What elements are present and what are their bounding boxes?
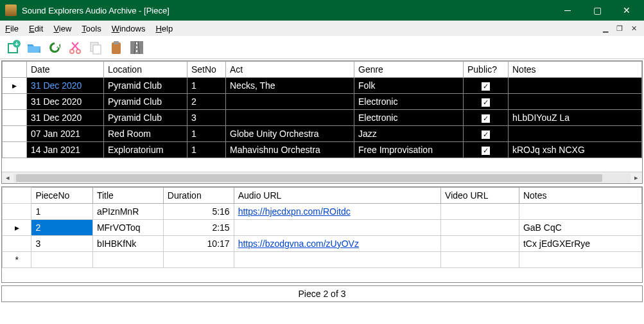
cell-audiourl[interactable]: https://hjecdxpn.com/ROitdc xyxy=(234,204,440,220)
row-header-corner[interactable] xyxy=(3,188,31,204)
cell-videourl[interactable] xyxy=(441,220,519,236)
cell-title[interactable]: bIHBKfNk xyxy=(92,236,163,252)
cell-setno[interactable]: 2 xyxy=(187,94,226,110)
cut-button[interactable] xyxy=(65,38,85,57)
cell-date[interactable]: 31 Dec 2020 xyxy=(27,94,104,110)
col-header-date[interactable]: Date xyxy=(27,62,104,78)
mdi-minimize-button[interactable]: ▁ xyxy=(600,24,611,33)
table-row[interactable]: 07 Jan 2021Red Room1Globe Unity Orchestr… xyxy=(3,126,642,142)
minimize-button[interactable]: ─ xyxy=(553,0,582,21)
checkbox-icon[interactable]: ✓ xyxy=(482,147,490,155)
copy-button[interactable] xyxy=(86,38,105,57)
cell-date[interactable]: 31 Dec 2020 xyxy=(27,78,104,94)
cell-notes[interactable] xyxy=(509,78,642,94)
menu-tools[interactable]: Tools xyxy=(82,24,101,33)
cell-setno[interactable]: 1 xyxy=(187,142,226,158)
col-header-notes[interactable]: Notes xyxy=(519,188,641,204)
col-header-audiourl[interactable]: Audio URL xyxy=(234,188,440,204)
row-header[interactable] xyxy=(3,204,31,220)
cell-genre[interactable]: Electronic xyxy=(354,110,464,126)
cell-location[interactable]: Pyramid Club xyxy=(104,110,187,126)
cell-pieceno[interactable]: 1 xyxy=(31,204,93,220)
cell-notes[interactable]: tCx jEdGXErRye xyxy=(519,236,641,252)
col-header-public[interactable]: Public? xyxy=(464,62,509,78)
road-button[interactable] xyxy=(127,38,146,57)
cell-genre[interactable]: Jazz xyxy=(354,126,464,142)
maximize-button[interactable]: ▢ xyxy=(582,0,612,21)
pieces-grid[interactable]: PieceNo Title Duration Audio URL Video U… xyxy=(1,186,643,283)
row-header[interactable]: * xyxy=(3,252,31,268)
cell-audiourl[interactable]: https://bzodgvna.com/zUyOVz xyxy=(234,236,440,252)
cell-notes[interactable] xyxy=(519,204,641,220)
cell-notes[interactable] xyxy=(509,126,642,142)
row-header[interactable] xyxy=(3,126,27,142)
row-header[interactable]: ▸ xyxy=(3,78,27,94)
checkbox-icon[interactable]: ✓ xyxy=(482,130,490,139)
open-button[interactable] xyxy=(24,38,44,57)
menu-view[interactable]: View xyxy=(53,24,71,33)
cell-date[interactable]: 14 Jan 2021 xyxy=(27,142,104,158)
cell-act[interactable] xyxy=(226,94,354,110)
col-header-location[interactable]: Location xyxy=(104,62,187,78)
row-header[interactable] xyxy=(3,110,27,126)
cell-notes[interactable]: kROJq xsh NCXG xyxy=(509,142,642,158)
menu-windows[interactable]: Windows xyxy=(112,24,146,33)
cell-genre[interactable]: Free Improvisation xyxy=(354,142,464,158)
table-row[interactable]: ▸2MFrVOToq2:15GaB CqC xyxy=(3,220,642,236)
cell-public[interactable]: ✓ xyxy=(464,94,509,110)
cell-notes[interactable]: GaB CqC xyxy=(519,220,641,236)
cell-act[interactable]: Globe Unity Orchestra xyxy=(226,126,354,142)
cell-notes[interactable] xyxy=(509,94,642,110)
row-header[interactable] xyxy=(3,142,27,158)
checkbox-icon[interactable]: ✓ xyxy=(482,98,490,107)
col-header-title[interactable]: Title xyxy=(92,188,163,204)
new-button[interactable]: + xyxy=(4,38,23,57)
cell-audiourl[interactable] xyxy=(234,220,440,236)
cell-public[interactable]: ✓ xyxy=(464,78,509,94)
col-header-act[interactable]: Act xyxy=(226,62,354,78)
refresh-button[interactable] xyxy=(45,38,64,57)
cell-public[interactable]: ✓ xyxy=(464,126,509,142)
table-row[interactable]: 14 Jan 2021Exploratorium1Mahavishnu Orch… xyxy=(3,142,642,158)
table-row[interactable]: 3bIHBKfNk10:17https://bzodgvna.com/zUyOV… xyxy=(3,236,642,252)
cell-genre[interactable]: Folk xyxy=(354,78,464,94)
scroll-right-icon[interactable]: ▸ xyxy=(631,174,642,182)
cell-public[interactable]: ✓ xyxy=(464,142,509,158)
col-header-genre[interactable]: Genre xyxy=(354,62,464,78)
row-header[interactable] xyxy=(3,94,27,110)
cell-pieceno[interactable]: 3 xyxy=(31,236,93,252)
cell-setno[interactable]: 1 xyxy=(187,126,226,142)
cell-public[interactable]: ✓ xyxy=(464,110,509,126)
cell-date[interactable]: 07 Jan 2021 xyxy=(27,126,104,142)
audio-url-link[interactable]: https://bzodgvna.com/zUyOVz xyxy=(238,239,359,249)
cell-videourl[interactable] xyxy=(441,204,519,220)
events-grid[interactable]: Date Location SetNo Act Genre Public? No… xyxy=(1,60,643,184)
cell-duration[interactable]: 2:15 xyxy=(163,220,234,236)
cell-location[interactable]: Pyramid Club xyxy=(104,94,187,110)
row-header[interactable] xyxy=(3,236,31,252)
col-header-videourl[interactable]: Video URL xyxy=(441,188,519,204)
cell-pieceno[interactable]: 2 xyxy=(31,220,93,236)
cell-setno[interactable]: 1 xyxy=(187,78,226,94)
checkbox-icon[interactable]: ✓ xyxy=(482,114,490,123)
cell-title[interactable]: aPIznMnR xyxy=(92,204,163,220)
table-row[interactable]: ▸31 Dec 2020Pyramid Club1Necks, TheFolk✓ xyxy=(3,78,642,94)
cell-genre[interactable]: Electronic xyxy=(354,94,464,110)
col-header-duration[interactable]: Duration xyxy=(163,188,234,204)
cell-location[interactable]: Pyramid Club xyxy=(104,78,187,94)
close-button[interactable]: ✕ xyxy=(612,0,641,21)
col-header-pieceno[interactable]: PieceNo xyxy=(31,188,93,204)
menu-help[interactable]: Help xyxy=(155,24,173,33)
table-row[interactable]: 31 Dec 2020Pyramid Club2Electronic✓ xyxy=(3,94,642,110)
events-grid-hscroll[interactable]: ◂ ▸ xyxy=(2,172,642,183)
cell-location[interactable]: Red Room xyxy=(104,126,187,142)
cell-date[interactable]: 31 Dec 2020 xyxy=(27,110,104,126)
cell-duration[interactable]: 5:16 xyxy=(163,204,234,220)
cell-act[interactable]: Mahavishnu Orchestra xyxy=(226,142,354,158)
col-header-notes[interactable]: Notes xyxy=(509,62,642,78)
checkbox-icon[interactable]: ✓ xyxy=(482,82,490,91)
table-row[interactable]: 31 Dec 2020Pyramid Club3Electronic✓hLbDI… xyxy=(3,110,642,126)
cell-duration[interactable]: 10:17 xyxy=(163,236,234,252)
mdi-restore-button[interactable]: ❐ xyxy=(614,24,625,33)
mdi-close-button[interactable]: ✕ xyxy=(629,24,639,33)
